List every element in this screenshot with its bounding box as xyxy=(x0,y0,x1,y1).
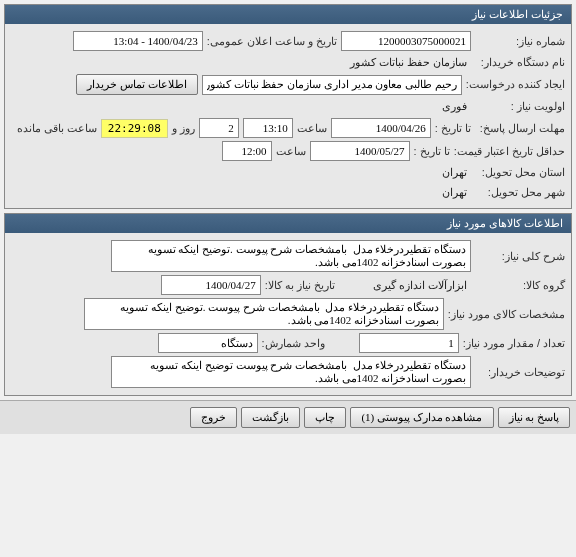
buyer-note-textarea[interactable]: دستگاه تقطیردرخلاء مدل بامشخصات شرح پیوس… xyxy=(111,356,471,388)
need-date-label: تاریخ نیاز به کالا: xyxy=(265,279,335,292)
row-buyer-note: توضیحات خریدار: دستگاه تقطیردرخلاء مدل ب… xyxy=(11,356,565,388)
back-button[interactable]: بازگشت xyxy=(241,407,300,428)
province-value: تهران xyxy=(438,164,471,181)
row-validity: حداقل تاریخ اعتبار قیمت: تا تاریخ : ساعت xyxy=(11,141,565,161)
buyer-value: سازمان حفظ نباتات کشور xyxy=(346,54,471,71)
row-spec: مشخصات کالای مورد نیاز: دستگاه تقطیردرخل… xyxy=(11,298,565,330)
row-desc: شرح کلی نیاز: دستگاه تقطیردرخلاء مدل بام… xyxy=(11,240,565,272)
need-no-input[interactable] xyxy=(341,31,471,51)
need-details-panel: جزئیات اطلاعات نیاز شماره نیاز: تاریخ و … xyxy=(4,4,572,209)
deadline-label: مهلت ارسال پاسخ: xyxy=(475,122,565,135)
validity-time-input[interactable] xyxy=(222,141,272,161)
row-need-no: شماره نیاز: تاریخ و ساعت اعلان عمومی: xyxy=(11,31,565,51)
goods-body: شرح کلی نیاز: دستگاه تقطیردرخلاء مدل بام… xyxy=(5,233,571,395)
validity-to-date-label: تا تاریخ : xyxy=(414,145,450,158)
validity-label: حداقل تاریخ اعتبار قیمت: xyxy=(454,145,565,158)
days-label: روز و xyxy=(172,122,195,135)
priority-value: فوری xyxy=(438,98,471,115)
days-remain-input[interactable] xyxy=(199,118,239,138)
creator-label: ایجاد کننده درخواست: xyxy=(466,78,565,91)
row-creator: ایجاد کننده درخواست: اطلاعات تماس خریدار xyxy=(11,74,565,95)
group-label: گروه کالا: xyxy=(475,279,565,292)
exit-button[interactable]: خروج xyxy=(190,407,237,428)
row-province: استان محل تحویل: تهران xyxy=(11,164,565,181)
goods-panel: اطلاعات کالاهای مورد نیاز شرح کلی نیاز: … xyxy=(4,213,572,396)
desc-label: شرح کلی نیاز: xyxy=(475,250,565,263)
announce-input[interactable] xyxy=(73,31,203,51)
reply-button[interactable]: پاسخ به نیاز xyxy=(498,407,571,428)
unit-input[interactable] xyxy=(158,333,258,353)
buyer-note-label: توضیحات خریدار: xyxy=(475,366,565,379)
row-buyer: نام دستگاه خریدار: سازمان حفظ نباتات کشو… xyxy=(11,54,565,71)
unit-label: واحد شمارش: xyxy=(262,337,325,350)
validity-date-input[interactable] xyxy=(310,141,410,161)
priority-label: اولویت نیاز : xyxy=(475,100,565,113)
deadline-time-input[interactable] xyxy=(243,118,293,138)
city-value: تهران xyxy=(438,184,471,201)
row-group: گروه کالا: ابزارآلات اندازه گیری تاریخ ن… xyxy=(11,275,565,295)
need-details-header: جزئیات اطلاعات نیاز xyxy=(5,5,571,24)
group-value: ابزارآلات اندازه گیری xyxy=(369,277,471,294)
remain-label: ساعت باقی مانده xyxy=(17,122,97,135)
validity-time-label: ساعت xyxy=(276,145,306,158)
spec-label: مشخصات کالای مورد نیاز: xyxy=(448,308,565,321)
need-no-label: شماره نیاز: xyxy=(475,35,565,48)
goods-header: اطلاعات کالاهای مورد نیاز xyxy=(5,214,571,233)
city-label: شهر محل تحویل: xyxy=(475,186,565,199)
creator-input[interactable] xyxy=(202,75,462,95)
buyer-label: نام دستگاه خریدار: xyxy=(475,56,565,69)
province-label: استان محل تحویل: xyxy=(475,166,565,179)
row-deadline: مهلت ارسال پاسخ: تا تاریخ : ساعت روز و 2… xyxy=(11,118,565,138)
qty-label: تعداد / مقدار مورد نیاز: xyxy=(463,337,565,350)
row-city: شهر محل تحویل: تهران xyxy=(11,184,565,201)
countdown-timer: 22:29:08 xyxy=(101,119,168,138)
deadline-date-input[interactable] xyxy=(331,118,431,138)
row-priority: اولویت نیاز : فوری xyxy=(11,98,565,115)
deadline-time-label: ساعت xyxy=(297,122,327,135)
contact-buyer-button[interactable]: اطلاعات تماس خریدار xyxy=(76,74,198,95)
spec-textarea[interactable]: دستگاه تقطیردرخلاء مدل بامشخصات شرح پیوس… xyxy=(84,298,444,330)
to-date-label: تا تاریخ : xyxy=(435,122,471,135)
print-button[interactable]: چاپ xyxy=(304,407,346,428)
row-qty: تعداد / مقدار مورد نیاز: واحد شمارش: xyxy=(11,333,565,353)
desc-textarea[interactable]: دستگاه تقطیردرخلاء مدل بامشخصات شرح پیوس… xyxy=(111,240,471,272)
button-bar: پاسخ به نیاز مشاهده مدارک پیوستی (1) چاپ… xyxy=(0,400,576,434)
announce-label: تاریخ و ساعت اعلان عمومی: xyxy=(207,35,337,48)
attachments-button[interactable]: مشاهده مدارک پیوستی (1) xyxy=(350,407,493,428)
qty-input[interactable] xyxy=(359,333,459,353)
need-details-body: شماره نیاز: تاریخ و ساعت اعلان عمومی: نا… xyxy=(5,24,571,208)
need-date-input[interactable] xyxy=(161,275,261,295)
